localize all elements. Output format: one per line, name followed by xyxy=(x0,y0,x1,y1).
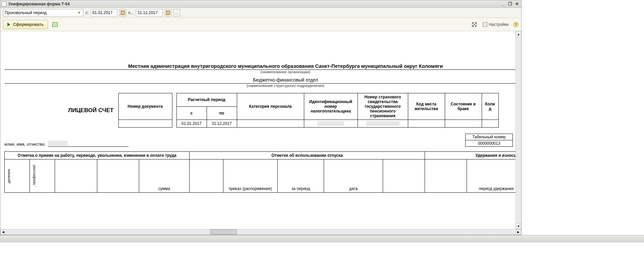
date-from-value: 01.01.2017 xyxy=(92,10,112,15)
col-period: Расчетный период xyxy=(176,93,237,107)
taskbar xyxy=(0,235,644,242)
calendar-from-button[interactable] xyxy=(119,9,126,16)
account-title: ЛИЦЕВОЙ СЧЕТ xyxy=(6,107,116,114)
val-kids xyxy=(482,120,498,128)
col-to: по xyxy=(207,106,237,120)
gear-icon xyxy=(483,22,487,27)
val-doc-no xyxy=(118,120,172,128)
val-pens: XXX-XXX-XXX XX xyxy=(358,120,408,128)
col-pens: Номер страхового свидетельства государст… xyxy=(358,93,408,120)
main-window: Унифицированная форма Т-54 _ ❐ ✕ Произво… xyxy=(0,0,522,235)
calendar-icon xyxy=(121,11,125,15)
col-category: Категория персонала xyxy=(237,93,304,120)
document-icon xyxy=(2,2,6,6)
generate-button[interactable]: Сформировать xyxy=(3,20,48,29)
chevron-down-icon: ▼ xyxy=(76,11,82,14)
restore-button[interactable]: ❐ xyxy=(507,1,513,7)
val-from: 01.01.2017 xyxy=(176,120,207,128)
col-date: дата xyxy=(324,159,383,193)
action-toolbar: Сформировать Настройки ? xyxy=(0,18,521,31)
document-area: Утв Местная администрация внутригородско… xyxy=(0,31,521,229)
col-residence: Код места жительства xyxy=(408,93,445,120)
period-toolbar: Произвольный период ▼ с: 01.01.2017 п...… xyxy=(0,8,521,18)
val-category xyxy=(237,120,304,128)
minimize-button[interactable]: _ xyxy=(500,1,506,7)
scroll-up-button[interactable]: ▲ xyxy=(516,31,521,37)
close-button[interactable]: ✕ xyxy=(514,1,520,7)
scroll-thumb[interactable] xyxy=(210,229,237,235)
date-from-input[interactable]: 01.01.2017 xyxy=(91,9,117,16)
dept-caption: (наименование структурного подразделения… xyxy=(4,84,516,88)
document-scroll[interactable]: Утв Местная администрация внутригородско… xyxy=(0,31,516,229)
grid-icon xyxy=(472,22,477,27)
date-to-value: 31.12.2017 xyxy=(138,10,158,15)
col-order: приказ (распоряжение) xyxy=(223,159,278,193)
scroll-left-button[interactable]: ◀ xyxy=(0,229,6,235)
calendar-to-button[interactable] xyxy=(165,9,171,16)
taskbar-item[interactable] xyxy=(2,236,6,242)
period-combo-text: Произвольный период xyxy=(5,10,47,15)
grid-button[interactable] xyxy=(471,21,478,28)
approved-label: Утв xyxy=(4,38,516,43)
tabnum-table: Табельный номер 0000000013 xyxy=(465,134,513,147)
col-marital: Состояние в браке xyxy=(445,93,482,120)
val-residence xyxy=(408,120,445,128)
col-inn: Идентификационный номер налогоплательщик… xyxy=(304,93,358,120)
org-caption: (наименование организации) xyxy=(4,70,516,74)
scroll-down-button[interactable]: ▼ xyxy=(516,223,521,229)
date-to-input[interactable]: 31.12.2017 xyxy=(136,9,163,16)
col-kids: Коли д xyxy=(482,93,498,120)
fio-value: [redacted] xyxy=(48,141,128,147)
col-withhold-period: период удержания xyxy=(467,159,516,193)
scroll-right-button[interactable]: ▶ xyxy=(516,229,521,235)
org-name: Местная администрация внутригородского м… xyxy=(4,63,516,69)
vert-prof: , профессия) xyxy=(32,161,36,191)
horizontal-scrollbar[interactable]: ◀ ▶ xyxy=(0,229,521,235)
window-title: Унифицированная форма Т-54 xyxy=(8,2,500,6)
lower-table: Отметка о приеме на работу, переводе, ув… xyxy=(4,151,516,193)
export-button[interactable] xyxy=(51,21,59,28)
export-icon xyxy=(52,22,58,27)
tabnum-value: 0000000013 xyxy=(466,140,513,147)
scroll-track[interactable] xyxy=(516,37,521,223)
vert-dept: деление xyxy=(7,161,11,191)
col-from: с xyxy=(176,106,207,120)
lh-hire: Отметка о приеме на работу, переводе, ув… xyxy=(5,152,190,159)
to-label: п... xyxy=(128,10,134,15)
scroll-track[interactable] xyxy=(6,229,516,235)
tabnum-label: Табельный номер xyxy=(466,134,513,140)
header-table: ЛИЦЕВОЙ СЧЕТ Номер документа Расчетный п… xyxy=(4,93,499,128)
val-inn: XXXXXXXXXX xyxy=(304,120,358,128)
help-button[interactable]: ? xyxy=(513,22,519,27)
col-for-period: за период xyxy=(278,159,324,193)
play-icon xyxy=(7,22,10,27)
from-label: с: xyxy=(86,10,89,15)
taskbar-item[interactable] xyxy=(9,236,13,242)
more-periods-button[interactable]: … xyxy=(173,9,180,16)
dept-name: Бюджетно-финансовый отдел xyxy=(4,77,516,83)
generate-label: Сформировать xyxy=(13,22,44,27)
fio-label: илия, имя, отчество xyxy=(4,142,45,147)
vertical-scrollbar[interactable]: ▲ ▼ xyxy=(516,31,521,229)
titlebar: Унифицированная форма Т-54 _ ❐ ✕ xyxy=(0,0,521,8)
calendar-icon xyxy=(166,11,170,15)
lh-withhold: Удержания и взносы xyxy=(425,152,516,159)
col-sum: сумма xyxy=(139,159,189,193)
settings-button[interactable]: Настройки xyxy=(481,22,510,27)
val-marital xyxy=(445,120,482,128)
document-content: Утв Местная администрация внутригородско… xyxy=(0,31,516,229)
col-doc-no: Номер документа xyxy=(118,93,172,120)
period-combo[interactable]: Произвольный период ▼ xyxy=(3,9,84,16)
val-to: 31.12.2017 xyxy=(207,120,237,128)
lh-vacation: Отметки об использовании отпуска xyxy=(190,152,425,159)
settings-label: Настройки xyxy=(489,22,508,27)
